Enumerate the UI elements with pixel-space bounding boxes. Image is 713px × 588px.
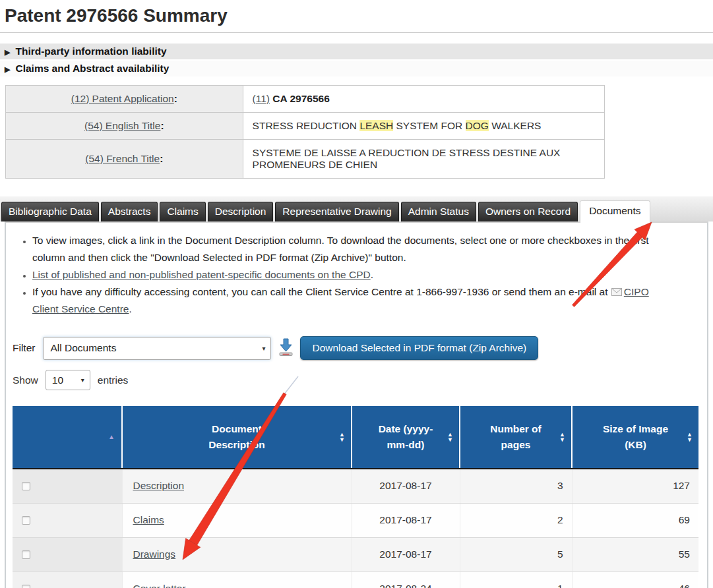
instructions-list: To view images, click a link in the Docu…: [16, 232, 676, 318]
sort-icon: ▲▼: [339, 432, 345, 442]
document-link-drawings[interactable]: Drawings: [133, 548, 176, 560]
row-checkbox[interactable]: [22, 516, 30, 525]
expander-claims-abstract[interactable]: ▶Claims and Abstract availability: [0, 61, 713, 76]
tab-description[interactable]: Description: [208, 202, 274, 221]
filter-row: Filter All Documents ▾ Download Selected…: [13, 336, 707, 360]
document-size: 46: [572, 572, 698, 588]
expander-triangle-icon: ▶: [5, 48, 10, 56]
filter-selected-value: All Documents: [50, 342, 116, 354]
sort-icon: ▲▼: [687, 432, 693, 442]
colon: :: [174, 93, 177, 104]
table-row: Description 2017-08-17 3 127: [13, 469, 698, 503]
highlight-leash: LEASH: [359, 120, 393, 131]
document-pages: 1: [460, 572, 572, 588]
table-row: Claims 2017-08-17 2 69: [13, 503, 698, 537]
table-row: (54) French Title: SYSTEME DE LAISSE A R…: [6, 140, 605, 179]
documents-tab-panel: To view images, click a link in the Docu…: [5, 221, 708, 588]
instruction-item: List of published and non-published pate…: [32, 266, 676, 283]
documents-table: ▲ Document Description▲▼ Date (yyyy-mm-d…: [13, 406, 698, 588]
document-size: 69: [572, 503, 698, 537]
column-header-date[interactable]: Date (yyyy-mm-dd)▲▼: [352, 406, 460, 469]
tab-owners-on-record[interactable]: Owners on Record: [478, 202, 578, 221]
row-checkbox[interactable]: [22, 550, 30, 559]
colon: :: [160, 153, 163, 164]
page-title: Patent 2976566 Summary: [5, 5, 713, 26]
column-header-document-description[interactable]: Document Description▲▼: [122, 406, 352, 469]
document-date: 2017-08-24: [352, 572, 460, 588]
cpd-documents-link[interactable]: List of published and non-published pate…: [32, 269, 371, 280]
sort-ascending-icon: ▲: [108, 429, 115, 445]
entries-label: entries: [98, 374, 129, 386]
document-link-cover-letter[interactable]: Cover letter: [133, 583, 186, 588]
instruction-item: To view images, click a link in the Docu…: [32, 232, 676, 266]
expander-label: Third-party information liability: [15, 45, 166, 57]
document-pages: 5: [460, 537, 572, 572]
application-number-link[interactable]: (11): [253, 93, 270, 104]
document-size: 55: [572, 537, 698, 572]
application-number: CA 2976566: [272, 93, 329, 104]
sort-icon: ▲▼: [447, 432, 453, 442]
french-title-link[interactable]: (54) French Title: [85, 153, 160, 164]
patent-info-table: (12) Patent Application: (11) CA 2976566…: [5, 85, 605, 179]
show-entries-row: Show 10 ▾ entries: [13, 370, 707, 390]
show-selected-value: 10: [52, 374, 63, 386]
filter-label: Filter: [13, 342, 35, 354]
expander-label: Claims and Abstract availability: [15, 63, 169, 74]
document-size: 127: [572, 469, 698, 503]
envelope-icon: [611, 286, 624, 297]
row-checkbox[interactable]: [22, 585, 30, 588]
row-checkbox[interactable]: [22, 482, 30, 490]
colon: :: [160, 120, 164, 131]
document-date: 2017-08-17: [352, 537, 460, 572]
show-label: Show: [13, 374, 38, 386]
chevron-down-icon: ▾: [262, 345, 265, 352]
column-header-size-of-image[interactable]: Size of Image (KB)▲▼: [572, 406, 698, 469]
table-row: Cover letter 2017-08-24 1 46: [13, 572, 698, 588]
document-pages: 2: [460, 503, 572, 537]
french-title-value: SYSTEME DE LAISSE A REDUCTION DE STRESS …: [243, 140, 604, 179]
document-link-description[interactable]: Description: [133, 480, 185, 491]
tab-representative-drawing[interactable]: Representative Drawing: [275, 202, 398, 221]
table-row: (12) Patent Application: (11) CA 2976566: [6, 86, 605, 113]
expander-third-party-liability[interactable]: ▶Third-party information liability: [0, 44, 713, 59]
download-selected-button[interactable]: Download Selected in PDF format (Zip Arc…: [300, 336, 538, 360]
document-date: 2017-08-17: [352, 469, 460, 503]
download-icon[interactable]: [278, 338, 294, 359]
patent-application-link[interactable]: (12) Patent Application: [71, 93, 174, 104]
table-row: Drawings 2017-08-17 5 55: [13, 537, 698, 572]
document-link-claims[interactable]: Claims: [133, 514, 164, 525]
tab-admin-status[interactable]: Admin Status: [401, 202, 476, 221]
tab-bar: Bibliographic Data Abstracts Claims Desc…: [0, 196, 713, 221]
filter-select[interactable]: All Documents ▾: [43, 337, 271, 360]
show-entries-select[interactable]: 10 ▾: [46, 370, 90, 390]
document-date: 2017-08-17: [352, 503, 460, 537]
document-pages: 3: [460, 469, 572, 503]
table-row: (54) English Title: STRESS REDUCTION LEA…: [6, 113, 605, 140]
column-header-select[interactable]: ▲: [13, 406, 122, 469]
chevron-down-icon: ▾: [81, 376, 84, 384]
tab-claims[interactable]: Claims: [160, 202, 205, 221]
tab-bibliographic-data[interactable]: Bibliographic Data: [1, 202, 99, 221]
table-header-row: ▲ Document Description▲▼ Date (yyyy-mm-d…: [13, 406, 698, 469]
column-header-number-of-pages[interactable]: Number of pages▲▼: [460, 406, 572, 469]
english-title-value: STRESS REDUCTION LEASH SYSTEM FOR DOG WA…: [243, 113, 604, 140]
sort-icon: ▲▼: [559, 432, 565, 442]
tab-abstracts[interactable]: Abstracts: [101, 202, 158, 221]
title-divider: [0, 32, 713, 33]
highlight-dog: DOG: [466, 120, 489, 131]
english-title-link[interactable]: (54) English Title: [84, 120, 160, 131]
instruction-item: If you have any difficulty accessing con…: [32, 283, 676, 318]
expander-triangle-icon: ▶: [5, 65, 10, 73]
tab-documents[interactable]: Documents: [580, 200, 650, 223]
